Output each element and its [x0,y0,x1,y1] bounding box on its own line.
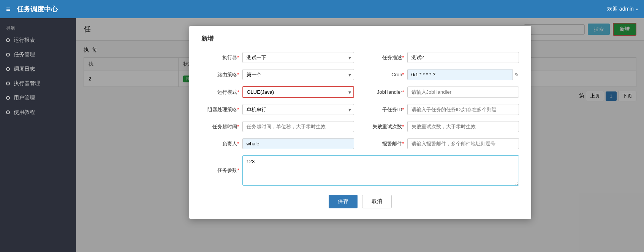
hamburger-icon[interactable]: ≡ [6,5,11,14]
form-row-job-handler: JobHandler* [366,86,519,98]
timeout-label: 任务超时间* [201,123,239,130]
cancel-button[interactable]: 取消 [362,195,392,208]
modal-overlay: 新增 执行器* 测试一下 [76,18,644,252]
modal-dialog: 新增 执行器* 测试一下 [189,26,531,219]
form-row-cron: Cron* ✎ [366,69,519,80]
cron-edit-icon[interactable]: ✎ [514,72,519,78]
modal-footer: 保存 取消 [201,195,519,208]
modal-title: 新增 [201,35,519,43]
form-row-task-desc: 任务描述* [366,52,519,63]
job-handler-label: JobHandler* [366,89,404,95]
sidebar-item-schedule-log[interactable]: 调度日志 [0,62,76,76]
form-row-route: 路由策略* 第一个 [201,69,354,80]
owner-label: 负责人* [201,140,239,147]
job-handler-input[interactable] [407,87,519,98]
sidebar-label-schedule-log: 调度日志 [14,66,35,72]
route-label: 路由策略* [201,71,239,78]
dot-icon-task-manage [6,53,10,57]
main-layout: 导航 运行报表 任务管理 调度日志 执行器管理 用户管理 使用教程 任 [0,18,644,252]
dot-icon-executor-manage [6,82,10,85]
dot-icon-run-report [6,38,10,42]
form-row-param: 任务参数* 123 [201,155,519,186]
cron-label: Cron* [366,72,404,77]
sidebar-item-executor-manage[interactable]: 执行器管理 [0,76,76,91]
sidebar-item-user-manage[interactable]: 用户管理 [0,91,76,105]
form-row-alarm: 报警邮件* [366,138,519,149]
cron-input[interactable] [407,69,513,80]
app-title: 任务调度中心 [17,5,58,14]
form-row-subtask: 子任务ID* [366,104,519,115]
sub-task-input[interactable] [407,104,519,115]
block-select-wrapper: 单机串行 [242,104,354,115]
form-row-executor: 执行器* 测试一下 [201,52,354,63]
alarm-input[interactable] [407,138,519,149]
sidebar-item-task-manage[interactable]: 任务管理 [0,47,76,62]
dot-icon-tutorial [6,110,10,114]
dot-icon-user-manage [6,96,10,100]
run-mode-label: 运行模式* [201,89,239,96]
sidebar-item-run-report[interactable]: 运行报表 [0,33,76,47]
form-grid: 执行器* 测试一下 任务描述* [201,52,519,186]
form-row-block: 阻塞处理策略* 单机串行 [201,104,354,115]
run-mode-select-wrapper: GLUE(Java) [242,86,354,98]
param-label: 任务参数* [201,167,239,174]
form-row-owner: 负责人* [201,138,354,149]
retry-input[interactable] [407,121,519,132]
sidebar-label-executor-manage: 执行器管理 [14,80,40,87]
param-textarea[interactable]: 123 [242,155,519,186]
sidebar-item-tutorial[interactable]: 使用教程 [0,105,76,120]
block-label: 阻塞处理策略* [201,106,239,113]
owner-input[interactable] [242,138,354,149]
save-button[interactable]: 保存 [329,195,358,208]
form-row-timeout: 任务超时间* [201,121,354,132]
welcome-text: 欢迎 admin [607,6,634,13]
sidebar-label-user-manage: 用户管理 [14,94,35,101]
timeout-input[interactable] [242,121,354,132]
form-row-retry: 失败重试次数* [366,121,519,132]
dot-icon-schedule-log [6,67,10,71]
sidebar-label-run-report: 运行报表 [14,37,35,44]
executor-label: 执行器* [201,54,239,61]
topbar: ≡ 任务调度中心 欢迎 admin ▾ [0,0,644,18]
block-select[interactable]: 单机串行 [242,104,354,115]
sidebar-label-tutorial: 使用教程 [14,109,35,116]
run-mode-select[interactable]: GLUE(Java) [242,86,354,98]
route-select[interactable]: 第一个 [242,69,354,80]
sub-task-label: 子任务ID* [366,106,404,113]
task-desc-label: 任务描述* [366,54,404,61]
cron-row: ✎ [407,69,519,80]
executor-select-wrapper: 测试一下 [242,52,354,63]
route-select-wrapper: 第一个 [242,69,354,80]
sidebar: 导航 运行报表 任务管理 调度日志 执行器管理 用户管理 使用教程 [0,18,76,252]
topbar-right: 欢迎 admin ▾ [607,6,638,13]
sidebar-label-task-manage: 任务管理 [14,51,35,58]
form-row-run-mode: 运行模式* GLUE(Java) [201,86,354,98]
alarm-label: 报警邮件* [366,140,404,147]
user-dropdown-icon[interactable]: ▾ [636,7,638,11]
executor-required-mark: * [237,55,239,60]
retry-label: 失败重试次数* [366,123,404,130]
content-area: 任 搜索 新增 执 每 执 状态 操作 [76,18,644,252]
task-desc-input[interactable] [407,52,519,63]
executor-select[interactable]: 测试一下 [242,52,354,63]
nav-label: 导航 [0,22,76,33]
